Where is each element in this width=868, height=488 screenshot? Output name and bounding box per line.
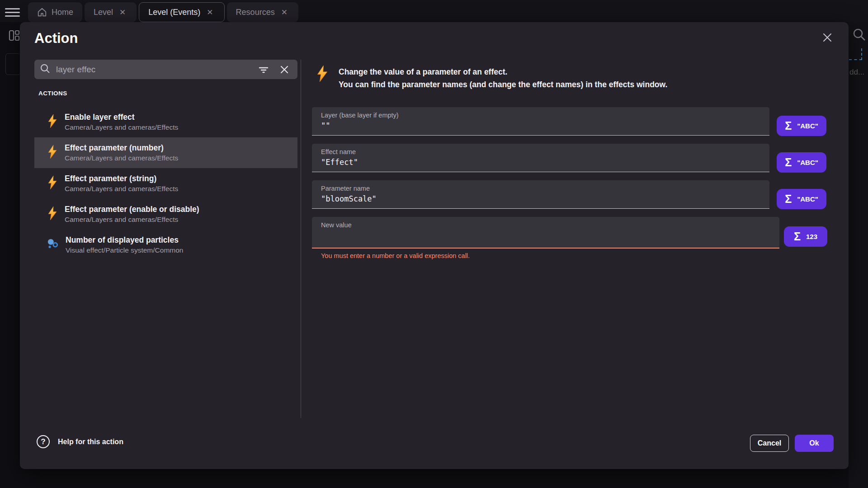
close-icon[interactable]: ✕: [205, 7, 215, 18]
new-value-expression-button[interactable]: Σ 123: [784, 226, 827, 247]
parameter-name-field[interactable]: Parameter name "bloomScale": [312, 180, 769, 209]
panels-layout-icon[interactable]: [9, 30, 20, 43]
item-title: Effect parameter (enable or disable): [65, 205, 199, 214]
tab-home[interactable]: Home: [28, 2, 82, 22]
new-value-field[interactable]: New value: [312, 217, 779, 249]
hamburger-menu-icon[interactable]: [5, 6, 20, 17]
search-icon[interactable]: [852, 27, 867, 44]
particles-icon: [47, 238, 59, 252]
list-item-effect-parameter-number[interactable]: Effect parameter (number) Camera/Layers …: [34, 137, 297, 168]
item-title: Enable layer effect: [65, 113, 178, 122]
parameter-name-expression-button[interactable]: Σ "ABC": [777, 189, 826, 209]
item-path: Camera/Layers and cameras/Effects: [65, 185, 178, 193]
tab-resources[interactable]: Resources ✕: [227, 2, 298, 22]
field-label: Layer (base layer if empty): [321, 112, 769, 119]
list-item-enable-layer-effect[interactable]: Enable layer effect Camera/Layers and ca…: [34, 107, 297, 137]
lightning-icon: [316, 66, 328, 91]
lightning-icon: [47, 206, 58, 222]
action-search-box: [34, 60, 297, 79]
sigma-icon: Σ: [794, 230, 801, 243]
list-item-effect-parameter-string[interactable]: Effect parameter (string) Camera/Layers …: [34, 168, 297, 199]
selection-dashed-line: [861, 48, 862, 60]
description-line-1: Change the value of a parameter of an ef…: [339, 66, 667, 78]
field-label: Effect name: [321, 148, 769, 155]
top-bar: Home Level ✕ Level (Events) ✕ Resources …: [0, 0, 868, 22]
field-value: "Effect": [321, 158, 769, 167]
item-path: Camera/Layers and cameras/Effects: [65, 123, 178, 131]
lightning-icon: [47, 176, 58, 191]
field-label: New value: [321, 221, 779, 229]
panel-divider: [301, 60, 301, 418]
description-line-2: You can find the parameter names (and ch…: [339, 78, 667, 91]
ok-button[interactable]: Ok: [795, 435, 834, 452]
field-value: "": [321, 121, 769, 130]
action-description: Change the value of a parameter of an ef…: [316, 66, 667, 91]
item-path: Camera/Layers and cameras/Effects: [65, 216, 199, 224]
layer-field[interactable]: Layer (base layer if empty) "": [312, 107, 769, 136]
help-link[interactable]: ? Help for this action: [37, 435, 123, 448]
tab-level[interactable]: Level ✕: [85, 2, 137, 22]
list-item-number-of-displayed-particles[interactable]: Number of displayed particles Visual eff…: [34, 230, 297, 260]
search-input[interactable]: [56, 65, 250, 75]
background-button-partial: [5, 53, 21, 75]
item-title: Effect parameter (number): [65, 143, 178, 153]
action-list: Enable layer effect Camera/Layers and ca…: [34, 107, 297, 260]
effect-name-field[interactable]: Effect name "Effect": [312, 144, 769, 172]
cancel-button[interactable]: Cancel: [750, 435, 789, 452]
close-icon[interactable]: ✕: [279, 7, 289, 18]
help-icon: ?: [37, 435, 50, 448]
item-title: Effect parameter (string): [65, 174, 178, 183]
tab-label: Level (Events): [148, 8, 200, 17]
sigma-icon: Σ: [785, 192, 792, 206]
tab-label: Level: [94, 8, 113, 17]
validation-error-message: You must enter a number or a valid expre…: [321, 252, 470, 259]
close-icon[interactable]: ✕: [118, 7, 127, 18]
item-title: Number of displayed particles: [66, 235, 183, 245]
item-path: Visual effect/Particle system/Common: [66, 246, 183, 254]
item-path: Camera/Layers and cameras/Effects: [65, 154, 178, 162]
field-label: Parameter name: [321, 185, 769, 192]
filter-icon[interactable]: [256, 62, 271, 77]
list-item-effect-parameter-enable-disable[interactable]: Effect parameter (enable or disable) Cam…: [34, 199, 297, 230]
tab-label: Resources: [236, 8, 275, 17]
clear-search-icon[interactable]: [277, 62, 292, 77]
truncated-background-text: dd...: [849, 68, 864, 77]
dialog-close-button[interactable]: [817, 28, 837, 47]
dialog-title: Action: [34, 30, 78, 47]
home-icon: [37, 7, 47, 17]
effect-name-expression-button[interactable]: Σ "ABC": [777, 152, 826, 173]
action-dialog: Action ACTIONS: [20, 22, 849, 469]
selection-dashed-line: [849, 59, 862, 60]
tab-bar: Home Level ✕ Level (Events) ✕ Resources …: [28, 2, 298, 22]
search-icon: [40, 63, 51, 76]
actions-section-header: ACTIONS: [38, 90, 67, 97]
sigma-icon: Σ: [785, 119, 792, 132]
sigma-icon: Σ: [785, 156, 792, 169]
field-value: "bloomScale": [321, 194, 769, 203]
background-right-panel: [849, 22, 868, 488]
lightning-icon: [47, 114, 58, 130]
tab-label: Home: [52, 8, 73, 17]
tab-level-events[interactable]: Level (Events) ✕: [139, 2, 224, 22]
lightning-icon: [47, 145, 58, 160]
layer-expression-button[interactable]: Σ "ABC": [777, 116, 826, 136]
